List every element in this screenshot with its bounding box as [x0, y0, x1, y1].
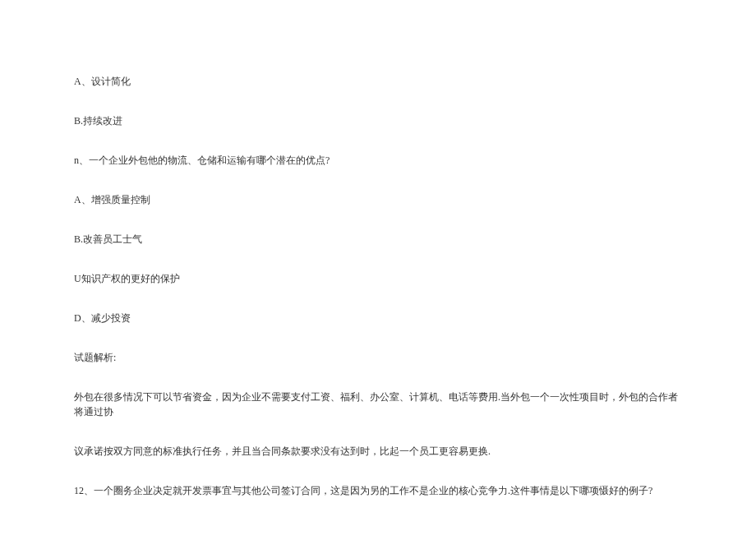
section-heading: 试题解析: — [74, 350, 682, 365]
option-text: U知识产权的更好的保护 — [74, 271, 682, 286]
analysis-text: 外包在很多情况下可以节省资金，因为企业不需要支付工资、福利、办公室、计算机、电话… — [74, 390, 682, 419]
option-text: D、减少投资 — [74, 311, 682, 325]
analysis-text: 议承诺按双方同意的标准执行任务，并且当合同条款要求没有达到时，比起一个员工更容易… — [74, 444, 682, 459]
option-text: B.持续改进 — [74, 113, 682, 128]
option-text: A、设计简化 — [74, 74, 682, 89]
question-text: n、一个企业外包他的物流、仓储和运输有哪个潜在的优点? — [74, 153, 682, 168]
option-text: B.改善员工士气 — [74, 232, 682, 247]
question-text: 12、一个圈务企业决定就开发票事宜与其他公司签订合同，这是因为另的工作不是企业的… — [74, 483, 682, 498]
option-text: A、增强质量控制 — [74, 192, 682, 207]
